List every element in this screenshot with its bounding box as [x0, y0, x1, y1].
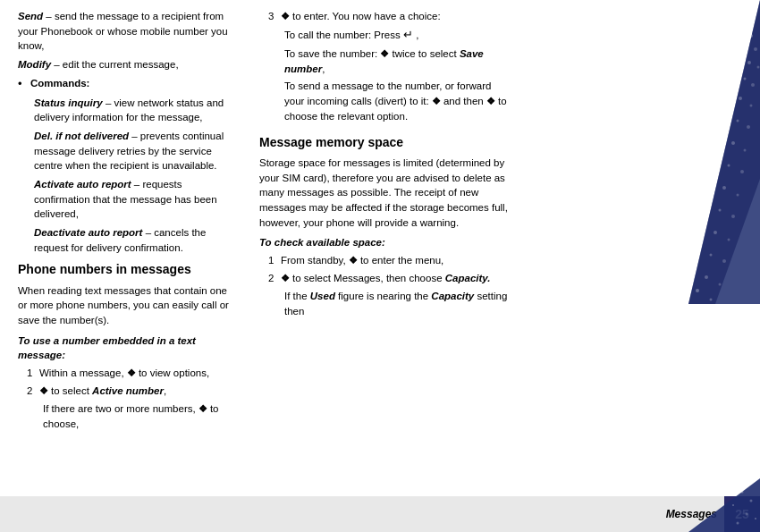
check-step3-text: If the	[284, 291, 308, 301]
save-block: To save the number: ❖ twice to select Sa…	[284, 46, 510, 77]
step2-end: ,	[164, 385, 166, 396]
svg-point-16	[750, 105, 753, 107]
svg-marker-43	[688, 478, 760, 532]
svg-point-48	[755, 518, 756, 519]
check-step3-block: If the Used figure is nearing the Capaci…	[284, 289, 510, 318]
check-step1-nav-icon: ❖	[349, 255, 360, 266]
svg-point-15	[739, 97, 742, 100]
svg-point-23	[714, 155, 717, 158]
svg-point-18	[737, 120, 739, 122]
call-icon: ↵	[403, 28, 413, 41]
svg-point-25	[740, 170, 744, 173]
main-content: Send – send the message to a recipient f…	[0, 0, 760, 532]
modify-paragraph: Modify – edit the current message,	[18, 57, 236, 72]
check-step1-text: From standby,	[281, 255, 346, 266]
check-step2-text: to select Messages, then choose	[292, 273, 443, 283]
check-step3-mid: figure is nearing the	[338, 291, 428, 301]
check-step2-num: 2	[268, 271, 281, 286]
modify-text: – edit the current message,	[51, 59, 179, 70]
svg-point-20	[719, 133, 722, 136]
del-paragraph: Del. if not delivered – prevents continu…	[34, 129, 236, 173]
check-step1-content: From standby, ❖ to enter the menu,	[281, 253, 443, 268]
svg-point-21	[731, 141, 735, 145]
corner-svg	[688, 0, 760, 304]
svg-point-45	[750, 500, 753, 502]
step3-item: 3 ❖ to enter. You now have a choice:	[268, 9, 510, 24]
status-inquiry-label: Status inquiry	[34, 97, 103, 108]
step2-nav-icon: ❖	[39, 385, 51, 396]
check-step2-content: ❖ to select Messages, then choose Capaci…	[281, 271, 490, 286]
svg-point-27	[722, 186, 726, 190]
svg-point-8	[737, 53, 739, 55]
svg-point-31	[731, 215, 735, 218]
svg-point-6	[743, 44, 746, 46]
send-msg-nav1-icon: ❖	[432, 96, 443, 106]
svg-point-13	[751, 83, 755, 87]
svg-point-4	[739, 23, 742, 27]
svg-point-14	[728, 89, 730, 91]
send-text: – send the message to a recipient from y…	[18, 11, 228, 51]
status-inquiry-paragraph: Status inquiry – view network status and…	[34, 96, 236, 125]
bullet-dot: •	[18, 76, 30, 93]
footer-area: Messages 25	[0, 478, 760, 532]
send-label: Send	[18, 11, 43, 21]
right-column: 3 ❖ to enter. You now have a choice: To …	[250, 9, 519, 532]
svg-point-37	[722, 259, 726, 263]
svg-point-46	[732, 504, 734, 506]
memory-heading: Message memory space	[259, 133, 510, 151]
send-msg-nav2-icon: ❖	[486, 96, 498, 106]
step2-indent-text: If there are two or more numbers,	[43, 403, 196, 414]
save-text-before: To save the number:	[284, 48, 377, 59]
svg-point-24	[728, 165, 730, 167]
commands-label: Commands:	[30, 76, 89, 93]
svg-point-7	[754, 47, 757, 51]
svg-point-36	[710, 254, 713, 257]
check-step2-nav-icon: ❖	[281, 273, 292, 283]
phone-numbers-intro: When reading text messages that contain …	[18, 283, 236, 328]
step3-content: ❖ to enter. You now have a choice:	[281, 9, 441, 24]
corner-decoration	[688, 0, 760, 304]
step3-nav-icon: ❖	[281, 11, 292, 21]
svg-point-17	[722, 110, 726, 114]
svg-point-11	[731, 70, 735, 73]
step2-num: 2	[27, 384, 39, 399]
step2-nav2-icon: ❖	[198, 403, 210, 414]
del-label: Del. if not delivered	[34, 131, 129, 141]
svg-point-22	[744, 149, 747, 152]
svg-point-19	[747, 125, 750, 129]
step2-indent-block: If there are two or more numbers, ❖ to c…	[43, 401, 236, 432]
svg-point-30	[719, 209, 722, 212]
step1-item: 1 Within a message, ❖ to view options,	[27, 366, 236, 381]
step2-content: ❖ to select Active number,	[39, 384, 166, 399]
svg-point-9	[747, 61, 751, 64]
to-use-heading: To use a number embedded in a text messa…	[18, 334, 236, 363]
sub-list: Status inquiry – view network status and…	[34, 96, 236, 256]
memory-text: Storage space for messages is limited (d…	[259, 156, 510, 230]
check-step1-item: 1 From standby, ❖ to enter the menu,	[268, 253, 510, 268]
check-steps-block: 1 From standby, ❖ to enter the menu, 2 ❖…	[268, 253, 510, 318]
call-text-before: To call the number: Press	[284, 30, 401, 40]
to-use-label: To use a number embedded in a text messa…	[18, 335, 196, 361]
steps-block: 1 Within a message, ❖ to view options, 2…	[27, 366, 236, 431]
svg-point-47	[746, 513, 748, 516]
svg-point-38	[692, 267, 695, 270]
save-text-mid: twice to select	[392, 48, 456, 59]
svg-point-12	[744, 78, 747, 80]
check-space-label: To check available space:	[259, 237, 385, 248]
step1-content: Within a message, ❖ to view options,	[39, 366, 209, 381]
step3-text: to enter. You now have a choice:	[292, 11, 441, 21]
activate-paragraph: Activate auto report – requests confirma…	[34, 177, 236, 222]
svg-point-33	[714, 231, 717, 234]
deactivate-label: Deactivate auto report	[34, 227, 142, 238]
check-step2-item: 2 ❖ to select Messages, then choose Capa…	[268, 271, 510, 286]
svg-point-26	[710, 178, 713, 181]
svg-point-34	[728, 239, 730, 241]
check-space-heading: To check available space:	[259, 235, 510, 250]
send-msg-block: To send a message to the number, or forw…	[284, 79, 510, 123]
save-end: ,	[322, 63, 325, 74]
bottom-corner-svg	[688, 478, 760, 532]
check-step3-cap: Capacity	[431, 291, 474, 301]
svg-point-28	[737, 194, 739, 197]
svg-point-39	[705, 275, 708, 279]
svg-point-29	[705, 199, 708, 203]
